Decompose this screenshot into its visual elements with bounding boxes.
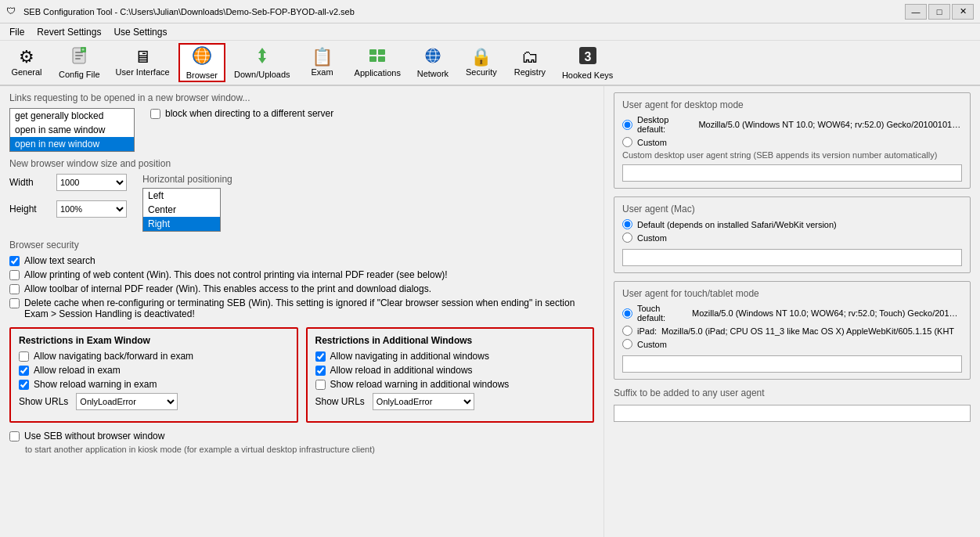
desktop-ua-title: User agent for desktop mode — [622, 99, 962, 110]
new-window-size-section: New browser window size and position Wid… — [9, 158, 594, 232]
restrictions-container: Restrictions in Exam Window Allow naviga… — [9, 327, 594, 423]
additional-restrictions-box: Restrictions in Additional Windows Allow… — [306, 327, 595, 423]
hpos-option[interactable]: Center — [143, 203, 220, 217]
height-row: Height 100%800600768 — [9, 200, 127, 218]
close-button[interactable]: ✕ — [952, 4, 974, 20]
additional-restriction-item[interactable]: Show reload warning in additional window… — [315, 379, 585, 390]
link-option[interactable]: open in new window — [10, 137, 134, 151]
exam-restriction-checkbox[interactable] — [19, 380, 29, 390]
toolbar-btn-security[interactable]: 🔒Security — [458, 43, 505, 82]
exam-icon: 📋 — [312, 49, 333, 66]
exam-restriction-checkbox[interactable] — [19, 351, 29, 362]
svg-rect-3 — [75, 58, 81, 59]
exam-restriction-item[interactable]: Show reload warning in exam — [19, 379, 289, 390]
hpos-list: LeftCenterRight — [142, 188, 221, 232]
security-item[interactable]: Delete cache when re-configuring or term… — [9, 297, 594, 319]
mac-ua-custom-input[interactable] — [622, 249, 962, 266]
toolbar-btn-general[interactable]: ⚙General — [3, 43, 50, 82]
touch-ua-ipad-radio[interactable] — [622, 326, 632, 336]
toolbar-btn-user-interface[interactable]: 🖥User Interface — [109, 43, 177, 82]
additional-restrictions-title: Restrictions in Additional Windows — [315, 335, 585, 346]
desktop-ua-default-radio[interactable] — [622, 120, 632, 130]
maximize-button[interactable]: □ — [928, 4, 950, 20]
exam-restriction-item[interactable]: Allow navigating back/forward in exam — [19, 351, 289, 362]
height-select[interactable]: 100%800600768 — [56, 200, 127, 218]
link-option[interactable]: open in same window — [10, 123, 134, 137]
security-item[interactable]: Allow printing of web content (Win). Thi… — [9, 269, 594, 280]
suffix-input[interactable] — [614, 405, 971, 422]
additional-restriction-checkbox[interactable] — [315, 366, 326, 376]
use-seb-checkbox[interactable] — [9, 431, 20, 441]
touch-ua-ipad-row: iPad: Mozilla/5.0 (iPad; CPU OS 11_3 lik… — [622, 326, 962, 336]
toolbar-btn-down-uploads[interactable]: Down/Uploads — [227, 43, 297, 82]
width-label: Width — [9, 177, 49, 188]
exam-restrictions-title: Restrictions in Exam Window — [19, 335, 289, 346]
security-checkbox[interactable] — [9, 256, 20, 266]
touch-ua-title: User agent for touch/tablet mode — [622, 288, 962, 299]
user-interface-label: User Interface — [116, 67, 170, 77]
minimize-button[interactable]: — — [905, 4, 927, 20]
desktop-ua-custom-radio[interactable] — [622, 137, 632, 147]
security-checkbox[interactable] — [9, 298, 20, 308]
additional-restriction-checkbox[interactable] — [315, 351, 326, 362]
desktop-ua-custom-input[interactable] — [622, 164, 962, 182]
links-section-title: Links requesting to be opened in a new b… — [9, 92, 594, 103]
toolbar-btn-registry[interactable]: 🗂Registry — [506, 43, 553, 82]
new-window-title: New browser window size and position — [9, 158, 594, 169]
block-checkbox[interactable] — [150, 109, 160, 119]
security-label: Allow printing of web content (Win). Thi… — [24, 269, 448, 280]
network-label: Network — [417, 69, 449, 78]
width-select[interactable]: 100080012001920 — [56, 174, 127, 191]
use-seb-subtext: to start another application in kiosk mo… — [25, 445, 594, 454]
additional-restriction-item[interactable]: Allow navigating in additional windows — [315, 351, 585, 362]
hpos-option[interactable]: Right — [143, 217, 220, 231]
svg-rect-15 — [378, 49, 385, 55]
security-item[interactable]: Allow text search — [9, 255, 594, 266]
toolbar-btn-hooked-keys[interactable]: 3Hooked Keys — [555, 43, 620, 82]
applications-label: Applications — [355, 68, 401, 77]
titlebar: 🛡 SEB Configuration Tool - C:\Users\Juli… — [0, 0, 980, 23]
svg-rect-2 — [75, 55, 83, 56]
toolbar-btn-applications[interactable]: Applications — [348, 43, 408, 82]
security-label: Security — [466, 67, 497, 77]
exam-restriction-checkbox[interactable] — [19, 366, 29, 376]
menu-item-revert-settings[interactable]: Revert Settings — [31, 25, 107, 39]
menu-item-use-settings[interactable]: Use Settings — [107, 25, 173, 39]
touch-ua-custom-input[interactable] — [622, 355, 962, 373]
exam-restrictions-box: Restrictions in Exam Window Allow naviga… — [9, 327, 298, 423]
touch-ua-default-row: Touch default: Mozilla/5.0 (Windows NT 1… — [622, 304, 962, 323]
window-controls: — □ ✕ — [905, 4, 974, 20]
hpos-option[interactable]: Left — [143, 189, 220, 203]
exam-show-urls-select[interactable]: OnlyLoadErrorAlwaysNever — [76, 393, 178, 410]
hpos-label: Horizontal positioning — [142, 174, 232, 185]
additional-restriction-item[interactable]: Allow reload in additional windows — [315, 365, 585, 376]
security-checkbox[interactable] — [9, 284, 20, 294]
block-checkbox-label[interactable]: block when directing to a different serv… — [150, 108, 333, 119]
toolbar-btn-browser[interactable]: Browser — [178, 43, 225, 82]
mac-ua-default-radio[interactable] — [622, 219, 632, 229]
touch-ua-custom-radio[interactable] — [622, 339, 632, 349]
security-item[interactable]: Allow toolbar of internal PDF reader (Wi… — [9, 283, 594, 294]
use-seb-label[interactable]: Use SEB without browser window — [9, 431, 594, 441]
link-option[interactable]: get generally blocked — [10, 109, 134, 123]
svg-marker-13 — [258, 54, 266, 63]
right-panel: User agent for desktop mode Desktop defa… — [604, 86, 980, 537]
toolbar-btn-config-file[interactable]: +Config File — [52, 43, 107, 82]
user-interface-icon: 🖥 — [134, 49, 151, 66]
additional-show-urls-row: Show URLsOnlyLoadErrorAlwaysNever — [315, 393, 585, 410]
svg-text:+: + — [81, 47, 85, 52]
desktop-ua-default-value: Mozilla/5.0 (Windows NT 10.0; WOW64; rv:… — [698, 120, 962, 129]
desktop-ua-custom-string-label: Custom desktop user agent string (SEB ap… — [622, 150, 962, 160]
additional-restriction-checkbox[interactable] — [315, 380, 326, 390]
additional-show-urls-select[interactable]: OnlyLoadErrorAlwaysNever — [373, 393, 474, 410]
exam-restriction-item[interactable]: Allow reload in exam — [19, 365, 289, 376]
mac-ua-custom-radio[interactable] — [622, 232, 632, 243]
touch-ua-default-radio[interactable] — [622, 308, 632, 319]
hooked-keys-icon: 3 — [578, 45, 598, 69]
menu-item-file[interactable]: File — [3, 25, 31, 39]
mac-ua-custom-row: Custom — [622, 232, 962, 243]
toolbar-btn-exam[interactable]: 📋Exam — [299, 43, 346, 82]
toolbar-btn-network[interactable]: Network — [409, 43, 456, 82]
svg-rect-16 — [369, 56, 377, 62]
security-checkbox[interactable] — [9, 270, 20, 280]
